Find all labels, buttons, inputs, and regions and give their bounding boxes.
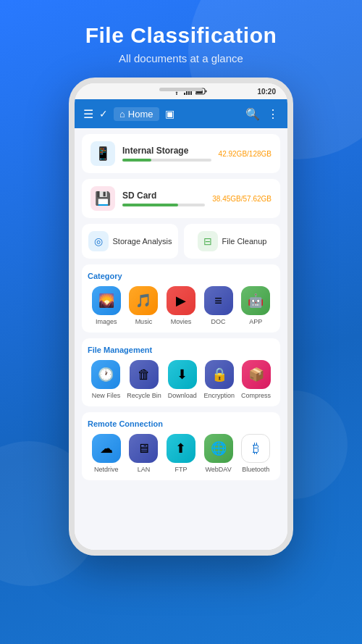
compress-icon: 📦 — [242, 360, 271, 389]
icon-item-netdrive[interactable]: ☁Netdrive — [90, 434, 122, 473]
internal-storage-bar — [122, 159, 151, 162]
doc-icon: ≡ — [204, 286, 233, 315]
movies-icon: ▶ — [167, 286, 195, 315]
storage-analysis-label: Storage Analysis — [113, 237, 172, 246]
sdcard-storage-bar-wrap — [122, 204, 205, 206]
doc-label: DOC — [211, 318, 226, 325]
icon-item-lan[interactable]: 🖥LAN — [127, 434, 159, 473]
file-cleanup-label: File Cleanup — [222, 237, 267, 246]
internal-storage-icon: 📱 — [90, 141, 115, 166]
file-cleanup-button[interactable]: ⊟ File Cleanup — [184, 224, 280, 259]
bluetooth-label: Bluetooth — [242, 466, 269, 473]
internal-storage-usage: 42.92GB/128GB — [219, 150, 272, 158]
sdcard-storage-bar — [122, 204, 178, 206]
home-nav[interactable]: ⌂ Home — [114, 107, 159, 121]
sdcard-storage-name: SD Card — [122, 191, 205, 201]
movies-label: Movies — [171, 318, 192, 325]
download-label: Download — [168, 392, 197, 399]
remote-connection-section: Remote Connection ☁Netdrive🖥LAN⬆FTP🌐WebD… — [82, 412, 280, 480]
app-bar-right: 🔍 ⋮ — [245, 107, 279, 121]
app-bar: ☰ ✓ ⌂ Home ▣ 🔍 ⋮ — [75, 99, 287, 128]
home-label: Home — [128, 109, 153, 120]
status-time: 10:20 — [257, 88, 276, 96]
recycle-bin-icon: 🗑 — [130, 360, 159, 389]
phone-wrapper: 10:20 ☰ ✓ ⌂ Home ▣ 🔍 ⋮ 📱 — [0, 78, 362, 556]
category-grid: 🌄Images🎵Music▶Movies≡DOC🤖APP — [88, 286, 274, 325]
images-icon: 🌄 — [92, 286, 121, 315]
internal-storage-card[interactable]: 📱 Internal Storage 42.92GB/128GB — [82, 134, 280, 173]
new-files-icon: 🕐 — [91, 360, 120, 389]
encryption-label: Encryption — [203, 392, 235, 399]
lan-label: LAN — [138, 466, 151, 473]
internal-storage-name: Internal Storage — [122, 146, 211, 156]
search-icon[interactable]: 🔍 — [245, 107, 260, 121]
storage-analysis-button[interactable]: ◎ Storage Analysis — [82, 224, 178, 259]
internal-storage-info: Internal Storage — [122, 146, 211, 162]
file-management-grid: 🕐New Files🗑Recycle Bin⬇Download🔒Encrypti… — [88, 360, 274, 399]
home-icon: ⌂ — [119, 109, 125, 120]
app-icon: 🤖 — [241, 286, 270, 315]
icon-item-app[interactable]: 🤖APP — [240, 286, 272, 325]
remote-connection-section-title: Remote Connection — [88, 419, 274, 428]
icon-item-new-files[interactable]: 🕐New Files — [90, 360, 122, 399]
delete-icon[interactable]: ▣ — [165, 108, 174, 120]
icon-item-music[interactable]: 🎵Music — [127, 286, 159, 325]
category-section: Category 🌄Images🎵Music▶Movies≡DOC🤖APP — [82, 264, 280, 333]
icon-item-recycle-bin[interactable]: 🗑Recycle Bin — [127, 360, 161, 399]
svg-point-0 — [176, 93, 177, 95]
phone-frame: 10:20 ☰ ✓ ⌂ Home ▣ 🔍 ⋮ 📱 — [69, 78, 293, 556]
file-management-section-title: File Management — [88, 346, 274, 354]
netdrive-label: Netdrive — [94, 466, 119, 473]
notch-bar — [159, 88, 203, 91]
app-bar-left: ☰ ✓ ⌂ Home ▣ — [83, 107, 240, 121]
webdav-label: WebDAV — [205, 466, 231, 473]
music-label: Music — [135, 318, 153, 325]
hamburger-icon[interactable]: ☰ — [83, 107, 93, 121]
icon-item-movies[interactable]: ▶Movies — [165, 286, 197, 325]
icon-item-ftp[interactable]: ⬆FTP — [165, 434, 197, 473]
category-section-title: Category — [88, 272, 274, 280]
webdav-icon: 🌐 — [204, 434, 233, 463]
sdcard-storage-card[interactable]: 💾 SD Card 38.45GB/57.62GB — [82, 179, 280, 218]
download-icon: ⬇ — [168, 360, 197, 389]
svg-rect-2 — [186, 91, 188, 95]
storage-analysis-icon: ◎ — [88, 231, 109, 251]
icon-item-compress[interactable]: 📦Compress — [240, 360, 272, 399]
images-label: Images — [96, 318, 117, 325]
quick-actions: ◎ Storage Analysis ⊟ File Cleanup — [82, 224, 280, 259]
header-section: File Classification All documents at a g… — [0, 0, 362, 64]
more-options-icon[interactable]: ⋮ — [267, 107, 279, 121]
icon-item-bluetooth[interactable]: ₿Bluetooth — [240, 434, 272, 473]
icon-item-images[interactable]: 🌄Images — [90, 286, 122, 325]
encryption-icon: 🔒 — [205, 360, 234, 389]
ftp-label: FTP — [174, 466, 187, 473]
netdrive-icon: ☁ — [92, 434, 121, 463]
sdcard-storage-info: SD Card — [122, 191, 205, 206]
svg-rect-1 — [184, 93, 185, 95]
app-label: APP — [249, 318, 262, 325]
icon-item-encryption[interactable]: 🔒Encryption — [203, 360, 235, 399]
check-icon[interactable]: ✓ — [99, 108, 108, 120]
internal-storage-bar-wrap — [122, 159, 211, 162]
ftp-icon: ⬆ — [167, 434, 195, 463]
svg-rect-6 — [206, 91, 207, 93]
new-files-label: New Files — [92, 392, 121, 399]
sdcard-storage-icon: 💾 — [90, 186, 115, 211]
sdcard-storage-usage: 38.45GB/57.62GB — [212, 195, 272, 203]
icon-item-doc[interactable]: ≡DOC — [203, 286, 235, 325]
lan-icon: 🖥 — [129, 434, 158, 463]
music-icon: 🎵 — [129, 286, 158, 315]
page-title: File Classification — [0, 23, 362, 48]
phone-content: 📱 Internal Storage 42.92GB/128GB 💾 SD Ca… — [75, 128, 287, 550]
status-bar: 10:20 — [75, 83, 287, 99]
icon-item-webdav[interactable]: 🌐WebDAV — [203, 434, 235, 473]
file-cleanup-icon: ⊟ — [198, 231, 218, 251]
icon-item-download[interactable]: ⬇Download — [167, 360, 198, 399]
recycle-bin-label: Recycle Bin — [127, 392, 161, 399]
file-management-section: File Management 🕐New Files🗑Recycle Bin⬇D… — [82, 338, 280, 406]
compress-label: Compress — [241, 392, 271, 399]
bluetooth-icon: ₿ — [241, 434, 270, 463]
remote-connection-grid: ☁Netdrive🖥LAN⬆FTP🌐WebDAV₿Bluetooth — [88, 434, 274, 473]
page-subtitle: All documents at a glance — [0, 52, 362, 64]
